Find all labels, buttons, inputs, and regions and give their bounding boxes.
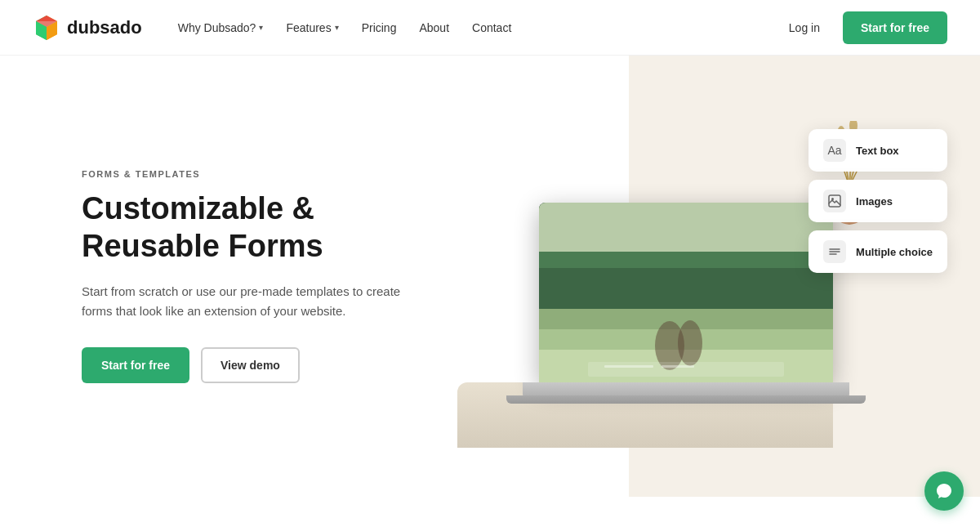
hero-eyebrow: FORMS & TEMPLATES [82,169,425,179]
navigation: dubsado Why Dubsado? ▾ Features ▾ Pricin… [0,0,980,56]
laptop-screen-inner [539,203,833,382]
hero-buttons: Start for free View demo [82,347,425,383]
svg-point-13 [678,320,702,366]
nav-link-features[interactable]: Features ▾ [276,15,348,41]
chevron-down-icon: ▾ [335,23,339,32]
nav-cta-button[interactable]: Start for free [843,11,947,44]
float-card-images-label: Images [856,195,893,208]
svg-rect-16 [662,365,694,368]
hero-description: Start from scratch or use our pre-made t… [82,282,408,321]
hero-section: FORMS & TEMPLATES Customizable & Reusabl… [0,56,980,497]
nav-link-pricing[interactable]: Pricing [352,15,407,41]
nav-link-contact[interactable]: Contact [462,15,521,41]
float-card-images: Images [808,180,947,222]
nav-link-about[interactable]: About [409,15,459,41]
chevron-down-icon: ▾ [259,23,263,32]
nav-right: Log in Start for free [779,11,947,44]
multiple-choice-icon [823,240,846,263]
laptop-screen-graphic [539,203,833,382]
textbox-icon: Aa [823,139,846,162]
laptop-screen [539,203,833,382]
hero-visual: Aa Text box Images [457,105,947,448]
laptop-foot [506,395,866,404]
hero-content: FORMS & TEMPLATES Customizable & Reusabl… [82,169,457,382]
hero-scene: Aa Text box Images [474,105,931,448]
nav-left: dubsado Why Dubsado? ▾ Features ▾ Pricin… [33,14,521,42]
float-card-textbox-label: Text box [856,145,899,157]
image-svg-icon [828,194,841,208]
logo-text: dubsado [67,17,142,38]
float-card-multiple-choice: Multiple choice [808,230,947,273]
logo[interactable]: dubsado [33,14,142,42]
float-card-multiple-choice-label: Multiple choice [856,246,933,258]
svg-rect-15 [604,365,653,368]
hero-title: Customizable & Reusable Forms [82,190,425,265]
svg-rect-14 [588,362,784,377]
float-cards: Aa Text box Images [808,129,947,273]
images-icon [823,190,846,212]
chat-bubble[interactable] [924,471,964,511]
nav-link-why-dubsado[interactable]: Why Dubsado? ▾ [168,15,274,41]
float-card-textbox: Aa Text box [808,129,947,172]
chat-icon [935,482,953,500]
nav-links: Why Dubsado? ▾ Features ▾ Pricing About … [168,15,522,41]
logo-icon [33,14,60,42]
list-svg-icon [828,245,841,258]
bottom-section: There's a form for every phase of your c… [0,497,980,527]
hero-start-button[interactable]: Start for free [82,347,189,383]
hero-demo-button[interactable]: View demo [201,347,300,383]
login-button[interactable]: Log in [779,15,830,41]
